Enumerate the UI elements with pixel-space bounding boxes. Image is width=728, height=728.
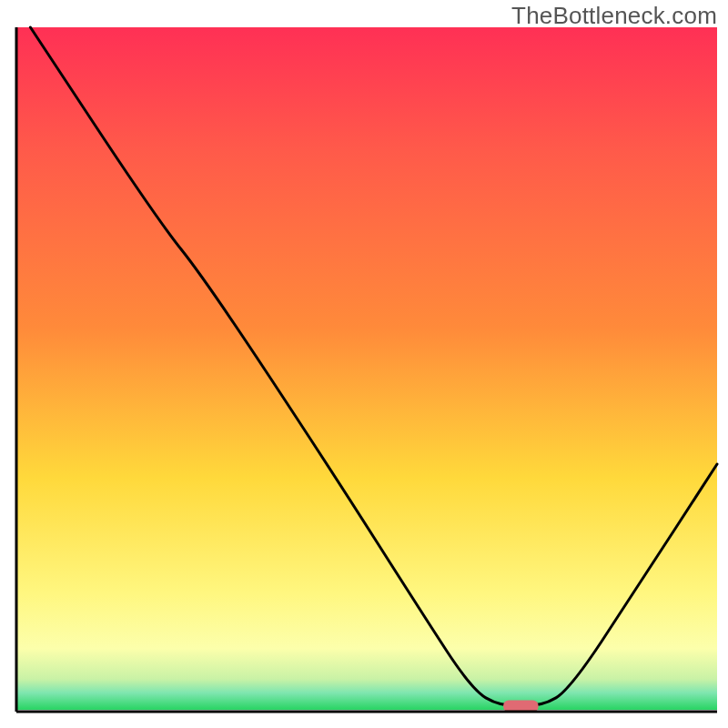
bottleneck-chart <box>0 0 728 728</box>
watermark-text: TheBottleneck.com <box>511 2 717 30</box>
gradient-background <box>16 27 717 710</box>
